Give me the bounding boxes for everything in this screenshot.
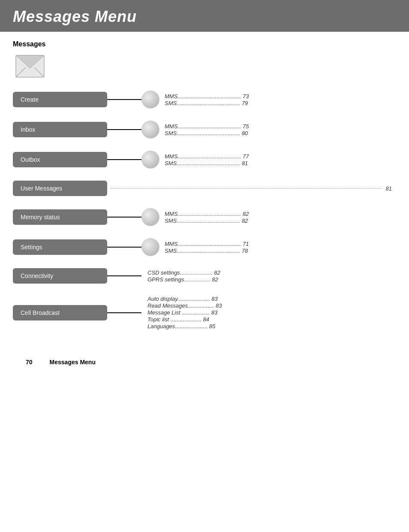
header-bar: Messages Menu xyxy=(0,0,409,32)
user-messages-button[interactable]: User Messages xyxy=(13,181,107,196)
connector-line xyxy=(107,217,141,218)
section-heading: Messages xyxy=(13,40,396,48)
connector-line xyxy=(107,275,141,276)
main-content: Messages Create MMS.....................… xyxy=(0,40,409,359)
footer-section-name: Messages Menu xyxy=(50,359,96,366)
outbox-button[interactable]: Outbox xyxy=(13,152,107,167)
footer: 70 Messages Menu xyxy=(13,350,409,370)
menu-row-cell-broadcast: Cell Broadcast Auto display.............… xyxy=(13,296,396,329)
envelope-icon xyxy=(15,54,45,78)
menu-row-outbox: Outbox MMS..............................… xyxy=(13,151,396,169)
connectivity-button[interactable]: Connectivity xyxy=(13,268,107,284)
connector-bubble xyxy=(141,208,159,226)
connector-bubble xyxy=(141,151,159,169)
menu-row-settings: Settings MMS............................… xyxy=(13,238,396,256)
memory-status-button[interactable]: Memory status xyxy=(13,209,107,225)
connector-bubble xyxy=(141,238,159,256)
connector-line xyxy=(107,159,141,160)
inbox-button[interactable]: Inbox xyxy=(13,122,107,137)
menu-row-user-messages: User Messages 81 xyxy=(13,181,396,196)
connector-bubble xyxy=(141,91,159,109)
connector-line xyxy=(107,99,141,100)
create-button[interactable]: Create xyxy=(13,92,107,107)
menu-items-container: Create MMS..............................… xyxy=(13,91,396,342)
inbox-sub-items: MMS.....................................… xyxy=(165,123,249,136)
menu-row-create: Create MMS..............................… xyxy=(13,91,396,109)
dotted-connector xyxy=(111,188,382,189)
create-sub-items: MMS.....................................… xyxy=(165,93,249,106)
memory-status-sub-items: MMS.....................................… xyxy=(165,211,249,224)
menu-row-inbox: Inbox MMS...............................… xyxy=(13,121,396,139)
cell-broadcast-sub-items: Auto display..................... 83 Rea… xyxy=(147,296,222,329)
user-messages-page: 81 xyxy=(386,185,392,192)
menu-row-memory-status: Memory status MMS.......................… xyxy=(13,208,396,226)
settings-button[interactable]: Settings xyxy=(13,239,107,255)
connector-line xyxy=(107,247,141,248)
footer-page-number: 70 xyxy=(26,359,33,366)
page-title: Messages Menu xyxy=(13,8,137,25)
outbox-sub-items: MMS.....................................… xyxy=(165,153,249,166)
connector-bubble xyxy=(141,121,159,139)
cell-broadcast-button[interactable]: Cell Broadcast xyxy=(13,305,107,320)
menu-row-connectivity: Connectivity CSD settings...............… xyxy=(13,268,396,284)
connectivity-sub-items: CSD settings..................... 82 GPR… xyxy=(147,269,220,283)
settings-sub-items: MMS.....................................… xyxy=(165,241,249,254)
connector-line xyxy=(107,312,141,313)
connector-line xyxy=(107,129,141,130)
